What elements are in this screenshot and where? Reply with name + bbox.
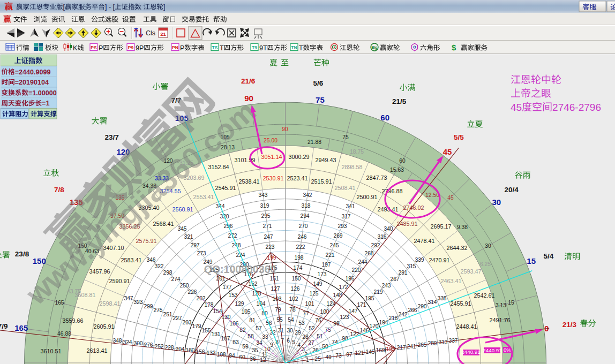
svg-text:3.13: 3.13: [496, 302, 506, 308]
svg-text:203: 203: [182, 320, 191, 325]
svg-text:30: 30: [492, 198, 501, 207]
svg-text:PS: PS: [91, 45, 97, 50]
svg-text:6.25: 6.25: [480, 261, 491, 267]
svg-text:198: 198: [294, 255, 303, 261]
svg-text:15.63: 15.63: [390, 167, 404, 173]
svg-text:2491.76: 2491.76: [489, 317, 510, 323]
svg-text:=2440.9099: =2440.9099: [15, 69, 51, 76]
svg-text:226: 226: [188, 289, 197, 295]
svg-text:2847.73: 2847.73: [366, 175, 387, 181]
svg-text:15: 15: [527, 256, 536, 266]
svg-text:2440.91: 2440.91: [483, 347, 501, 353]
svg-text:174: 174: [293, 265, 302, 271]
svg-text:227: 227: [172, 315, 182, 321]
svg-text:299: 299: [144, 304, 153, 309]
svg-text:3610.51: 3610.51: [40, 348, 61, 354]
svg-text:18.75: 18.75: [350, 149, 364, 155]
svg-text:5/4: 5/4: [544, 252, 554, 260]
svg-text:292: 292: [371, 242, 380, 248]
svg-text:126: 126: [290, 286, 299, 292]
svg-text:2440.91: 2440.91: [461, 349, 480, 355]
svg-text:315: 315: [407, 263, 416, 269]
svg-text:131: 131: [211, 331, 220, 337]
svg-text:2613.41: 2613.41: [86, 347, 107, 354]
svg-text:21/5: 21/5: [392, 97, 407, 105]
svg-text:222: 222: [296, 244, 305, 250]
svg-text:2455.91: 2455.91: [450, 300, 471, 307]
svg-text:23/7: 23/7: [104, 133, 118, 141]
svg-text:316: 316: [377, 234, 386, 240]
svg-text:273: 273: [197, 251, 206, 256]
svg-text:2448.41: 2448.41: [456, 323, 477, 330]
svg-text:2485.91: 2485.91: [396, 221, 417, 227]
svg-text:7/9: 7/9: [0, 322, 8, 330]
svg-text:267: 267: [390, 276, 399, 282]
svg-text:243: 243: [381, 283, 391, 289]
svg-text:291: 291: [398, 270, 407, 276]
svg-text:339: 339: [415, 257, 424, 263]
svg-text:275: 275: [153, 307, 162, 313]
svg-text:2500.91: 2500.91: [356, 194, 377, 200]
svg-text:2695.17: 2695.17: [430, 223, 451, 230]
svg-text:QQ:100800360: QQ:100800360: [204, 263, 276, 275]
svg-text:247: 247: [264, 234, 273, 240]
svg-text:3000.29: 3000.29: [288, 154, 309, 160]
svg-text:2553.41: 2553.41: [193, 194, 214, 200]
svg-text:60: 60: [239, 354, 245, 360]
svg-text:2568.41: 2568.41: [153, 221, 174, 227]
svg-text:2590.91: 2590.91: [109, 278, 130, 284]
svg-text:P9: P9: [128, 45, 134, 50]
svg-text:P: P: [99, 44, 103, 52]
svg-text:=20190104: =20190104: [15, 79, 49, 86]
svg-text:81: 81: [249, 317, 256, 323]
svg-text:25.00: 25.00: [264, 138, 278, 143]
svg-text:179: 179: [192, 323, 201, 329]
svg-text:123: 123: [340, 314, 349, 320]
svg-text:2746-2796: 2746-2796: [552, 102, 601, 113]
svg-text:218: 218: [388, 315, 398, 321]
svg-text:266: 266: [408, 307, 417, 313]
svg-text:2560.91: 2560.91: [172, 206, 193, 213]
svg-text:156: 156: [196, 349, 205, 355]
svg-text:340: 340: [384, 226, 393, 232]
svg-text:348: 348: [112, 338, 122, 344]
svg-text:75: 75: [316, 95, 325, 104]
svg-text:242: 242: [398, 312, 407, 317]
svg-text:290: 290: [417, 304, 426, 309]
svg-text:250: 250: [179, 283, 189, 289]
svg-text:46.88: 46.88: [57, 331, 71, 337]
svg-text:323: 323: [133, 299, 142, 305]
svg-text:43.75: 43.75: [67, 289, 81, 294]
svg-text:2508.41: 2508.41: [334, 185, 355, 191]
svg-text:21/6: 21/6: [241, 77, 256, 85]
svg-text:345: 345: [177, 226, 186, 232]
svg-text:2898.58: 2898.58: [341, 164, 362, 170]
svg-text:317: 317: [341, 214, 350, 219]
svg-text:60: 60: [380, 113, 389, 122]
svg-text:342: 342: [303, 192, 312, 198]
svg-text:165: 165: [14, 323, 28, 332]
svg-text:2575.91: 2575.91: [136, 238, 156, 244]
svg-text:3559.66: 3559.66: [62, 317, 83, 324]
svg-text:346: 346: [146, 257, 155, 263]
svg-text:83: 83: [232, 339, 239, 345]
svg-text:54: 54: [288, 317, 294, 323]
svg-text:Cls: Cls: [146, 29, 155, 37]
svg-text:2538.41: 2538.41: [238, 178, 259, 185]
svg-text:5: 5: [292, 339, 295, 345]
svg-text:2478.41: 2478.41: [414, 238, 434, 244]
svg-text:173: 173: [317, 271, 326, 277]
svg-text:146: 146: [359, 328, 369, 333]
svg-text:12.50: 12.50: [425, 192, 439, 198]
svg-text:195: 195: [365, 295, 374, 301]
svg-text:75: 75: [342, 134, 349, 140]
svg-text:6: 6: [287, 338, 290, 344]
svg-text:293: 293: [338, 223, 347, 229]
svg-text:2463.41: 2463.41: [440, 278, 461, 284]
svg-text:15: 15: [508, 300, 514, 306]
svg-text:3: 3: [302, 346, 305, 352]
svg-text:2545.91: 2545.91: [215, 185, 236, 191]
svg-text:TS: TS: [212, 45, 218, 50]
svg-text:2583.41: 2583.41: [121, 257, 141, 263]
svg-text:[: [: [63, 3, 65, 11]
